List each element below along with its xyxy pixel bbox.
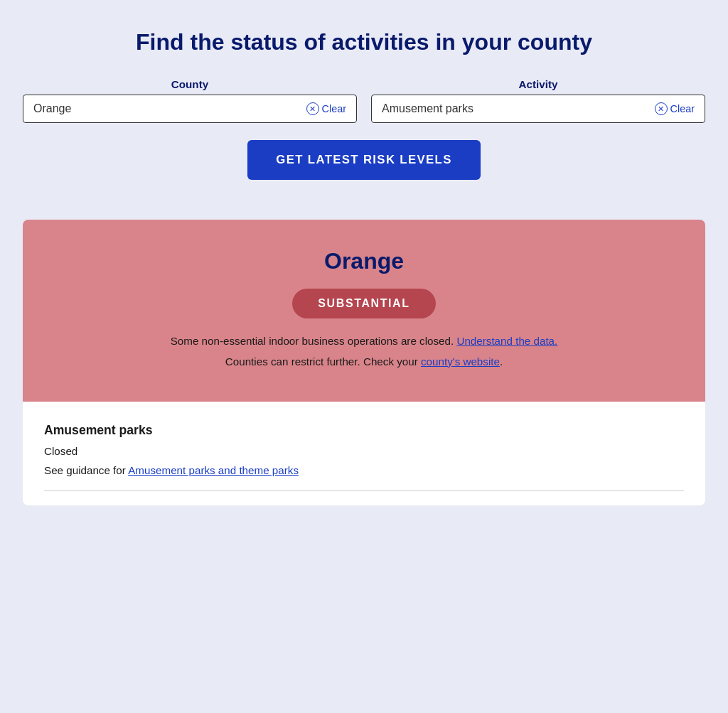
activity-status: Closed — [44, 445, 684, 457]
county-clear-icon: ✕ — [306, 102, 319, 115]
risk-description-1: Some non-essential indoor business opera… — [171, 335, 454, 347]
activity-input-group: Activity Amusement parks ✕ Clear — [371, 78, 705, 123]
risk-description-2-end: . — [500, 355, 503, 368]
guidance-prefix: See guidance for — [44, 464, 126, 476]
activity-input-wrapper: Amusement parks ✕ Clear — [371, 95, 705, 123]
activity-divider — [44, 490, 684, 491]
activity-name: Amusement parks — [44, 423, 684, 438]
activity-label: Activity — [371, 78, 705, 90]
activity-clear-button[interactable]: ✕ Clear — [655, 102, 695, 115]
page-title: Find the status of activities in your co… — [136, 28, 592, 55]
guidance-link[interactable]: Amusement parks and theme parks — [128, 464, 299, 476]
county-website-link[interactable]: county's website — [421, 355, 500, 368]
risk-badge: SUBSTANTIAL — [292, 289, 435, 318]
risk-description-2: Counties can restrict further. Check you… — [225, 355, 418, 368]
risk-county-name: Orange — [324, 248, 404, 274]
activity-card: Amusement parks Closed See guidance for … — [23, 402, 705, 505]
county-input-group: County Orange ✕ Clear — [23, 78, 357, 123]
activity-clear-label: Clear — [670, 103, 695, 114]
activity-clear-icon: ✕ — [655, 102, 668, 115]
main-container: Find the status of activities in your co… — [23, 28, 705, 505]
county-value: Orange — [33, 102, 301, 115]
risk-description: Some non-essential indoor business opera… — [171, 333, 558, 373]
county-label: County — [23, 78, 357, 90]
risk-card: Orange SUBSTANTIAL Some non-essential in… — [23, 220, 705, 402]
get-risk-levels-button[interactable]: GET LATEST RISK LEVELS — [247, 140, 480, 180]
result-section: Orange SUBSTANTIAL Some non-essential in… — [23, 220, 705, 505]
inputs-row: County Orange ✕ Clear Activity Amusement… — [23, 78, 705, 123]
activity-value: Amusement parks — [382, 102, 649, 115]
understand-data-link[interactable]: Understand the data. — [456, 335, 557, 347]
county-clear-button[interactable]: ✕ Clear — [306, 102, 346, 115]
county-input-wrapper: Orange ✕ Clear — [23, 95, 357, 123]
activity-guidance: See guidance for Amusement parks and the… — [44, 464, 684, 476]
form-section: County Orange ✕ Clear Activity Amusement… — [23, 78, 705, 203]
county-clear-label: Clear — [322, 103, 346, 114]
